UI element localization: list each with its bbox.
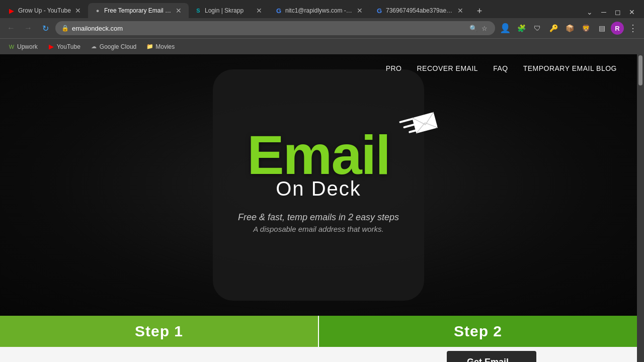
tab-list-button[interactable]: ⌄	[584, 6, 596, 18]
nav-bar: ← → ↻ 🔒 emailondeck.com 🔍 ☆ 👤 🧩 🛡 🔑 📦 🦁 …	[0, 18, 644, 38]
logo-container: Email On Deck	[247, 127, 389, 200]
steps-section: Step 1 Step 2	[0, 316, 637, 347]
step-2-label: Step 2	[454, 323, 502, 340]
tagline-main: Free & fast, temp emails in 2 easy steps	[238, 212, 399, 223]
tab-2[interactable]: ● Free Temporary Email - Ema... ✕	[88, 3, 189, 18]
address-text: emailondeck.com	[72, 25, 466, 32]
tab-4-title: nitc1@rapidlyws.com - Goo...	[285, 7, 353, 14]
svg-line-1	[404, 124, 414, 127]
tab-3-favicon: S	[195, 7, 202, 14]
tab-3-close[interactable]: ✕	[255, 7, 263, 15]
tab-1-title: Grow Up - YouTube	[18, 7, 71, 14]
youtube-favicon: ▶	[48, 43, 55, 50]
logo-email-text: Email	[247, 127, 389, 183]
forward-button[interactable]: →	[21, 21, 35, 35]
svg-line-0	[400, 119, 412, 122]
tab-5-title: 7369674954abe379ae7b079...	[386, 7, 453, 14]
tab-3-title: Login | Skrapp	[205, 7, 252, 14]
hero-section: PRO RECOVER EMAIL FAQ TEMPORARY EMAIL BL…	[0, 54, 637, 316]
step-1-label: Step 1	[135, 323, 183, 340]
bookmark-movies-label: Movies	[155, 43, 175, 50]
tab-1[interactable]: ▶ Grow Up - YouTube ✕	[2, 3, 88, 18]
sidebar-toggle[interactable]: ▤	[595, 21, 609, 35]
page-nav: PRO RECOVER EMAIL FAQ TEMPORARY EMAIL BL…	[366, 54, 637, 82]
bookmarks-bar: W Upwork ▶ YouTube ☁ Google Cloud 📁 Movi…	[0, 38, 644, 54]
bookmark-youtube-label: YouTube	[57, 43, 80, 50]
logo-ondeck-text: On Deck	[276, 177, 361, 200]
tab-1-close[interactable]: ✕	[74, 7, 82, 15]
tab-2-favicon: ●	[94, 7, 101, 14]
close-button[interactable]: ✕	[626, 6, 638, 18]
nav-right-controls: 👤 🧩 🛡 🔑 📦 🦁 ▤ R ⋮	[498, 21, 640, 35]
account-icon[interactable]: 👤	[498, 21, 512, 35]
browser-viewport: PRO RECOVER EMAIL FAQ TEMPORARY EMAIL BL…	[0, 54, 644, 362]
movies-icon: 📁	[146, 43, 153, 50]
extensions-icon[interactable]: 🧩	[514, 21, 528, 35]
tab-bar: ▶ Grow Up - YouTube ✕ ● Free Temporary E…	[0, 0, 644, 18]
reload-button[interactable]: ↻	[38, 21, 52, 35]
tab-2-title: Free Temporary Email - Ema...	[104, 7, 172, 14]
nav-faq[interactable]: FAQ	[493, 64, 508, 72]
password-icon[interactable]: 🔑	[546, 21, 560, 35]
bookmark-movies[interactable]: 📁 Movies	[142, 41, 179, 52]
bookmark-star-icon[interactable]: ☆	[480, 24, 489, 33]
nav-blog[interactable]: TEMPORARY EMAIL BLOG	[523, 64, 617, 72]
step-2-block[interactable]: Step 2	[319, 316, 637, 347]
hero-content: Email On Deck Free & fast, temp emails i…	[238, 127, 399, 233]
page-content: PRO RECOVER EMAIL FAQ TEMPORARY EMAIL BL…	[0, 54, 637, 362]
search-icon[interactable]: 🔍	[469, 24, 478, 33]
webpage: PRO RECOVER EMAIL FAQ TEMPORARY EMAIL BL…	[0, 54, 637, 362]
bottom-area: Get Email...	[0, 347, 637, 362]
svg-line-2	[410, 130, 416, 132]
bookmark-google-cloud[interactable]: ☁ Google Cloud	[87, 41, 140, 52]
scroll-track[interactable]	[638, 55, 643, 361]
hero-tagline: Free & fast, temp emails in 2 easy steps…	[238, 212, 399, 233]
brave-icon[interactable]: 🦁	[579, 21, 593, 35]
minimize-button[interactable]: ─	[598, 6, 610, 18]
tab-5[interactable]: G 7369674954abe379ae7b079... ✕	[370, 3, 470, 18]
scrollbar[interactable]	[637, 54, 644, 362]
tab-4-close[interactable]: ✕	[356, 7, 364, 15]
tab-5-favicon: G	[376, 7, 383, 14]
bookmark-youtube[interactable]: ▶ YouTube	[44, 41, 85, 52]
tab-bar-extras: ⌄ ─ ◻ ✕	[584, 6, 642, 18]
step-1-block[interactable]: Step 1	[0, 316, 319, 347]
nav-recover-email[interactable]: RECOVER EMAIL	[417, 64, 478, 72]
back-button[interactable]: ←	[4, 21, 18, 35]
scroll-thumb[interactable]	[638, 55, 642, 85]
upwork-icon: W	[8, 43, 15, 50]
shield-icon[interactable]: 🛡	[530, 21, 544, 35]
get-email-button[interactable]: Get Email...	[447, 351, 536, 362]
bookmark-upwork[interactable]: W Upwork	[4, 41, 42, 52]
new-tab-button[interactable]: +	[472, 4, 487, 18]
tab-5-close[interactable]: ✕	[456, 7, 464, 15]
browser-chrome: ▶ Grow Up - YouTube ✕ ● Free Temporary E…	[0, 0, 644, 54]
menu-button[interactable]: ⋮	[626, 21, 640, 35]
restore-button[interactable]: ◻	[612, 6, 624, 18]
svg-rect-3	[412, 112, 438, 133]
browser-extension-icon[interactable]: 📦	[562, 21, 577, 35]
profile-avatar[interactable]: R	[611, 22, 624, 35]
tab-3[interactable]: S Login | Skrapp ✕	[189, 3, 269, 18]
tab-2-close[interactable]: ✕	[175, 7, 183, 15]
bookmark-google-cloud-label: Google Cloud	[100, 43, 136, 50]
tab-1-favicon: ▶	[8, 7, 15, 14]
bookmark-upwork-label: Upwork	[17, 43, 38, 50]
address-bar[interactable]: 🔒 emailondeck.com 🔍 ☆	[55, 21, 495, 35]
tab-4[interactable]: G nitc1@rapidlyws.com - Goo... ✕	[269, 3, 370, 18]
tab-4-favicon: G	[275, 7, 282, 14]
lock-icon: 🔒	[61, 25, 69, 32]
address-icons: 🔍 ☆	[469, 24, 489, 33]
nav-pro[interactable]: PRO	[386, 64, 402, 72]
tagline-sub: A disposable email address that works.	[238, 225, 399, 233]
cloud-icon: ☁	[91, 43, 98, 50]
